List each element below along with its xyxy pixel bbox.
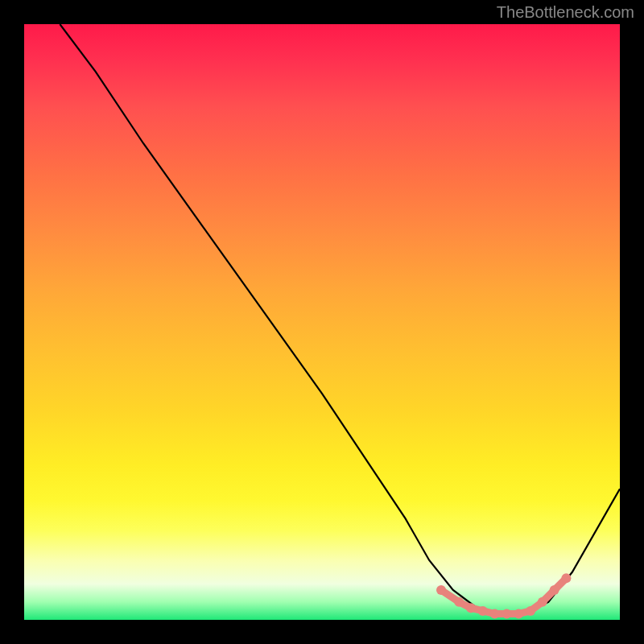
highlight-dot — [561, 573, 571, 583]
attribution-label: TheBottleneck.com — [497, 3, 634, 22]
chart-svg — [24, 24, 620, 620]
highlight-dot — [454, 597, 464, 607]
highlight-dot — [550, 585, 559, 595]
plot-area — [24, 24, 620, 620]
highlight-dot — [436, 585, 446, 595]
bottleneck-curve-line — [60, 24, 620, 614]
highlight-points — [436, 573, 571, 618]
highlight-dot — [490, 609, 500, 619]
highlight-dot — [538, 597, 547, 607]
highlight-dot — [514, 609, 523, 619]
highlight-dot — [526, 606, 535, 616]
highlight-dot — [502, 609, 511, 619]
highlight-dot — [478, 606, 488, 616]
highlight-dot — [466, 603, 476, 613]
